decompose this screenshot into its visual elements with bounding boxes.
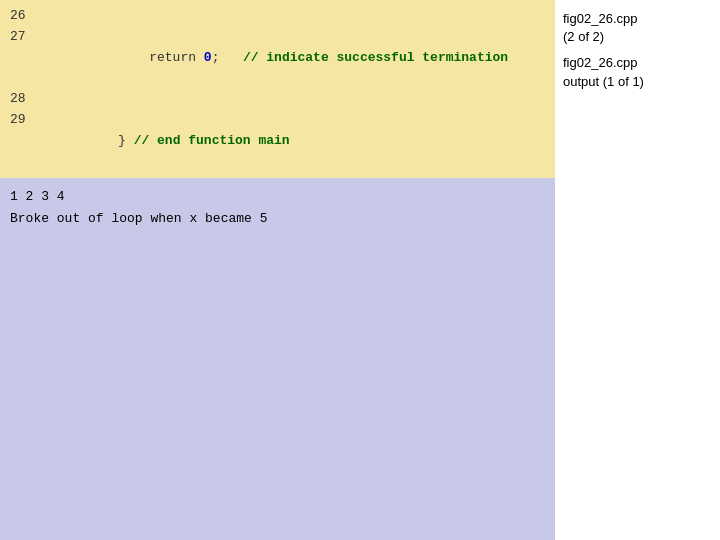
output-section: 1 2 3 4 Broke out of loop when x became … bbox=[0, 178, 555, 540]
code-line-29: 29 } // end function main bbox=[10, 110, 545, 172]
code-line-28: 28 bbox=[10, 89, 545, 110]
code-line-27: 27 return 0; // indicate successful term… bbox=[10, 27, 545, 89]
output-line-1: 1 2 3 4 bbox=[10, 186, 545, 208]
line-number-27: 27 bbox=[10, 27, 40, 89]
figure-label-1: fig02_26.cpp (2 of 2) bbox=[563, 10, 712, 46]
code-normal-27b: ; bbox=[212, 50, 243, 65]
main-container: 26 27 return 0; // indicate successful t… bbox=[0, 0, 720, 540]
code-line-26: 26 bbox=[10, 6, 545, 27]
figure-filename-2: fig02_26.cpp bbox=[563, 54, 712, 72]
line-number-29: 29 bbox=[10, 110, 40, 172]
code-content-27: return 0; // indicate successful termina… bbox=[40, 27, 508, 89]
comment-29: // end function main bbox=[134, 133, 290, 148]
left-panel: 26 27 return 0; // indicate successful t… bbox=[0, 0, 555, 540]
output-line-2: Broke out of loop when x became 5 bbox=[10, 208, 545, 230]
figure-page-2: output (1 of 1) bbox=[563, 73, 712, 91]
code-normal-29a: } bbox=[118, 133, 134, 148]
line-number-26: 26 bbox=[10, 6, 40, 27]
keyword-return: 0 bbox=[204, 50, 212, 65]
figure-label-2: fig02_26.cpp output (1 of 1) bbox=[563, 54, 712, 90]
line-number-28: 28 bbox=[10, 89, 40, 110]
right-panel: fig02_26.cpp (2 of 2) fig02_26.cpp outpu… bbox=[555, 0, 720, 540]
code-section: 26 27 return 0; // indicate successful t… bbox=[0, 0, 555, 178]
code-normal-27a: return bbox=[118, 50, 204, 65]
figure-page-1: (2 of 2) bbox=[563, 28, 712, 46]
code-content-29: } // end function main bbox=[40, 110, 290, 172]
comment-27: // indicate successful termination bbox=[243, 50, 508, 65]
figure-filename-1: fig02_26.cpp bbox=[563, 10, 712, 28]
